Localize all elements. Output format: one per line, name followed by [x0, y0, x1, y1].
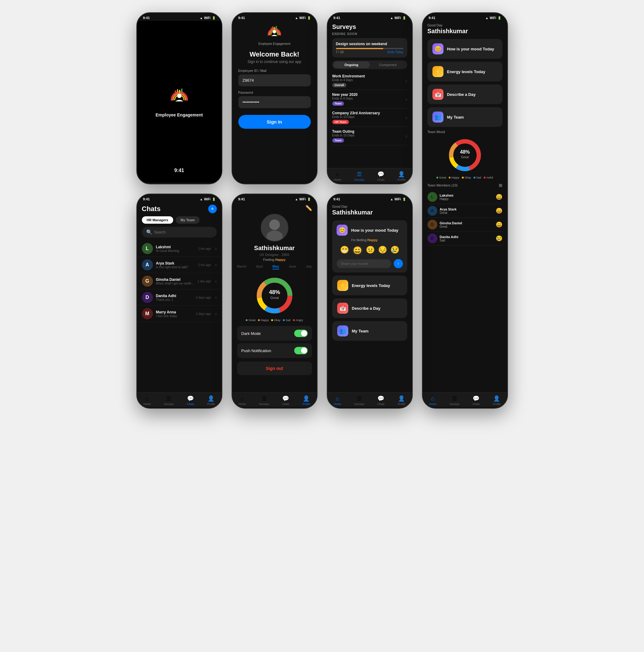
chats-icon-4: 💬 [473, 395, 479, 402]
nav-chats-6[interactable]: 💬Chats [282, 395, 289, 406]
team-members-title: Team Members (10) [427, 184, 457, 187]
nav-home-3[interactable]: ⌂Home [334, 171, 341, 181]
nav-chats-3[interactable]: 💬Chats [377, 171, 385, 181]
mood-label: How is your mood Today [447, 47, 495, 51]
home-describe-card[interactable]: 📅 Describe a Day [332, 298, 407, 318]
emoji-laughing[interactable]: 😁 [340, 245, 349, 255]
profile-icon-6: 👤 [303, 395, 310, 402]
emoji-happy[interactable]: 😄 [352, 245, 363, 255]
grid-icon[interactable]: ⊞ [499, 183, 502, 188]
nav-chats-5[interactable]: 💬Chats [187, 395, 194, 406]
profile-donut-chart: 48% Great [255, 276, 295, 316]
awful-dot [484, 177, 485, 179]
survey-item-2[interactable]: Company 23rd Anniversary Ends in 15 Days… [332, 108, 407, 127]
chat-item-2[interactable]: G Ginsha Daniel When shall I get my cert… [137, 273, 222, 290]
nav-profile-7[interactable]: 👤Profile [398, 395, 406, 406]
chats-icon-3: 💬 [377, 171, 384, 178]
nav-surveys-3[interactable]: ☰Surveys [354, 171, 364, 181]
nav-profile-5[interactable]: 👤Profile [207, 395, 215, 406]
menu-describe[interactable]: 📅 Describe a Day [427, 84, 502, 104]
push-notif-toggle[interactable] [294, 347, 308, 354]
survey-item-1[interactable]: New year 2020 Ends in 6 Days Team › [332, 90, 407, 108]
nav-chats-4[interactable]: 💬Chats [473, 395, 480, 406]
tab-ongoing[interactable]: Ongoing [333, 61, 370, 68]
signout-button[interactable]: Sign out [237, 362, 312, 375]
nav-surveys-5[interactable]: ☰Surveys [164, 395, 174, 406]
month-april[interactable]: April [256, 265, 263, 269]
chevron-icon-2: › [406, 115, 407, 120]
chevron-chat-0: › [215, 246, 217, 251]
survey-item-0[interactable]: Work Environment Ends in 4 Days Overall … [332, 72, 407, 90]
featured-survey[interactable]: Design sessions on weekend 7 / 10 Ends T… [332, 38, 407, 57]
dark-mode-toggle[interactable] [294, 330, 308, 337]
profile-icon-7: 👤 [398, 395, 405, 402]
chat-search: 🔍 [142, 227, 217, 238]
home-energy-icon: ⚡ [337, 280, 348, 291]
nav-home-7[interactable]: ⌂Home [334, 396, 341, 406]
nav-home-4[interactable]: ⌂Home [429, 396, 437, 406]
month-june[interactable]: June [289, 265, 296, 269]
sad-dot [474, 177, 475, 179]
nav-home-6[interactable]: ⌂Home [239, 396, 246, 406]
chevron-chat-3: › [215, 295, 217, 300]
nav-surveys-7[interactable]: ☰Surveys [354, 395, 364, 406]
emoji-cry[interactable]: 😢 [390, 245, 399, 255]
nav-surveys-4[interactable]: ☰Surveys [449, 395, 459, 406]
menu-energy[interactable]: ⚡ Energy levels Today [427, 62, 502, 81]
chat-avatar-3: D [142, 292, 153, 303]
member-avatar-3: D [427, 234, 437, 243]
chat-item-0[interactable]: L Lakshmi Hi Good Morning 1 hrs ago › [137, 241, 222, 257]
nav-home-5[interactable]: ⌂Home [143, 396, 151, 406]
chat-item-4[interactable]: M Marry Anna I feel sick today 2 days ag… [137, 306, 222, 322]
home-energy-card[interactable]: ⚡ Energy levels Today [332, 276, 407, 295]
search-input[interactable] [154, 230, 213, 235]
edit-icon[interactable]: ✏️ [305, 205, 312, 211]
month-march[interactable]: March [237, 265, 247, 269]
home-energy-title: Energy levels Today [352, 283, 390, 288]
tab-completed[interactable]: Completed [370, 61, 406, 68]
push-notification-setting[interactable]: Push Notification [237, 343, 312, 358]
member-row-1[interactable]: A Arya Stark Great 😄 [427, 204, 502, 218]
chats-title: Chats [142, 205, 161, 213]
feeling-text: Feeling Happy [237, 258, 312, 262]
month-july[interactable]: July [306, 265, 312, 269]
home-mood-icon: 😊 [337, 225, 348, 236]
chevron-icon-1: › [406, 97, 407, 102]
chats-icon-6: 💬 [282, 395, 289, 402]
member-row-2[interactable]: G Ginsha Daniel Great 😄 [427, 218, 502, 232]
month-may[interactable]: May [272, 265, 279, 269]
great-dot [437, 177, 438, 179]
svg-point-0 [177, 94, 181, 98]
chat-item-1[interactable]: A Arya Stark Is this right time to talk?… [137, 257, 222, 273]
home-mood-card[interactable]: 😊 How is your mood Today I'm feeling Hap… [332, 220, 407, 273]
menu-mood[interactable]: 😊 How is your mood Today [427, 39, 502, 59]
signin-button[interactable]: Sign In [238, 115, 311, 129]
nav-profile-4[interactable]: 👤Profile [493, 395, 501, 406]
member-row-0[interactable]: L Lakshmi Happy 😄 [427, 190, 502, 204]
share-moods-input[interactable]: Share your moods [337, 259, 391, 268]
nav-surveys-6[interactable]: ☰Surveys [259, 395, 269, 406]
nav-profile-6[interactable]: 👤Profile [303, 395, 310, 406]
emoji-sad[interactable]: 😔 [378, 245, 387, 255]
chat-item-3[interactable]: D Danita Adhi Thank you :) 2 days ago › [137, 290, 222, 306]
svg-text:Great: Great [270, 296, 279, 300]
send-button[interactable]: ↑ [394, 259, 403, 268]
svg-rect-2 [177, 89, 178, 93]
greeting-4: Good Day [427, 23, 502, 27]
tab-my-team[interactable]: My Team [176, 216, 200, 224]
add-chat-button[interactable]: + [208, 205, 217, 213]
okay-dot [462, 177, 464, 179]
member-row-3[interactable]: D Danita Adhi Sad 😢 [427, 232, 502, 245]
emoji-neutral[interactable]: 😐 [366, 245, 375, 255]
password-input[interactable] [238, 96, 311, 108]
tab-hr-managers[interactable]: HR Managers [142, 216, 173, 224]
survey-item-3[interactable]: Team Outing Ends in 15 Days Team › [332, 127, 407, 145]
feat-meta: 7 / 10 Ends Today [336, 50, 403, 54]
nav-profile-3[interactable]: 👤Profile [398, 171, 406, 181]
dark-mode-setting[interactable]: Dark Mode [237, 326, 312, 341]
employee-id-input[interactable] [238, 74, 311, 86]
home-team-card[interactable]: 👥 My Team [332, 321, 407, 341]
phone-home: 9:41 ▲WiFi🔋 Good Day Sathishkumar 😊 How … [327, 194, 413, 409]
menu-myteam[interactable]: 👥 My Team [427, 107, 502, 127]
nav-chats-7[interactable]: 💬Chats [377, 395, 385, 406]
